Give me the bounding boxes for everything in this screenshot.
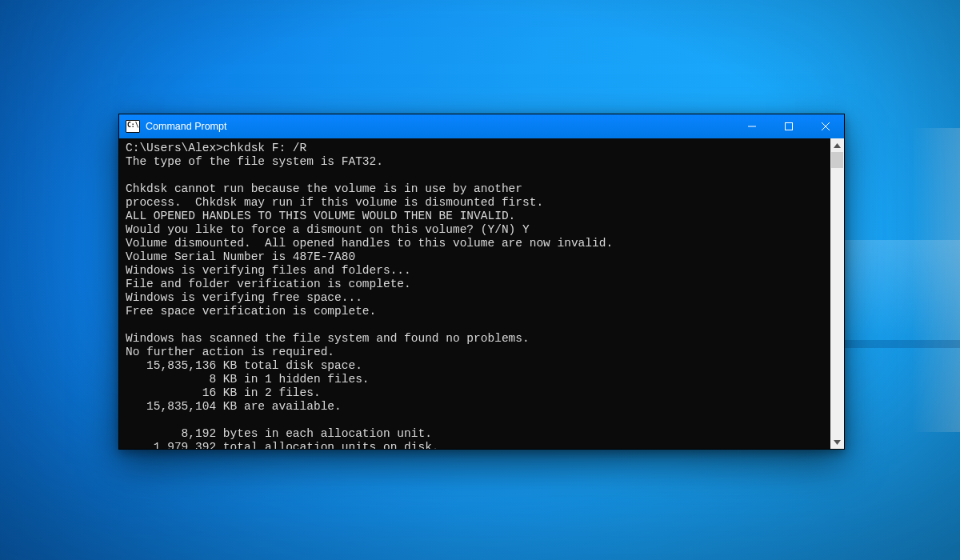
vertical-scrollbar[interactable] [830, 138, 844, 449]
scroll-down-button[interactable] [830, 435, 844, 449]
scrollbar-track[interactable] [830, 152, 844, 435]
scrollbar-thumb[interactable] [831, 152, 843, 168]
terminal-output[interactable]: C:\Users\Alex>chkdsk F: /R The type of t… [119, 138, 830, 449]
window-title: Command Prompt [146, 121, 734, 132]
close-icon [822, 122, 830, 130]
close-button[interactable] [807, 114, 844, 138]
minimize-icon [748, 122, 756, 130]
command-prompt-icon [126, 120, 140, 133]
window-client-area: C:\Users\Alex>chkdsk F: /R The type of t… [119, 138, 844, 449]
chevron-down-icon [834, 440, 841, 445]
svg-rect-0 [786, 123, 793, 130]
maximize-icon [785, 122, 793, 130]
titlebar[interactable]: Command Prompt [119, 114, 844, 138]
desktop-wallpaper: Command Prompt C:\Users\Alex>chkdsk F: /… [0, 0, 960, 560]
minimize-button[interactable] [734, 114, 770, 138]
chevron-up-icon [834, 143, 841, 148]
maximize-button[interactable] [770, 114, 807, 138]
command-prompt-window: Command Prompt C:\Users\Alex>chkdsk F: /… [118, 114, 845, 450]
scroll-up-button[interactable] [830, 138, 844, 152]
